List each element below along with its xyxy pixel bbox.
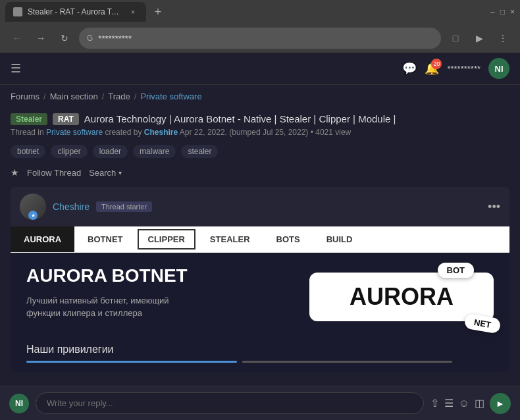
- badge-rat: RAT: [53, 113, 79, 125]
- thread-actions: ★ Follow Thread Search ▾: [0, 163, 520, 182]
- header-right: 💬 🔔 20 ********** NI: [402, 58, 509, 79]
- post-options-button[interactable]: •••: [488, 200, 500, 214]
- tag-clipper[interactable]: clipper: [51, 145, 87, 158]
- thread-title-text: Aurora Technology | Aurora Botnet - Nati…: [84, 113, 396, 124]
- content-tabs: AURORA BOTNET CLIPPER STEALER BOTS BUILD: [11, 226, 509, 253]
- privilege-bar-1: [26, 361, 237, 363]
- thread-meta-prefix: Thread in: [11, 128, 44, 137]
- browser-titlebar: Stealer - RAT - Aurora Technolo... × + –…: [0, 0, 520, 24]
- privilege-bars: [26, 361, 494, 363]
- window-controls: – □ ×: [490, 7, 515, 16]
- tab-aurora[interactable]: AURORA: [11, 226, 74, 252]
- thread-title-area: Stealer RAT Aurora Technology | Aurora B…: [0, 108, 520, 140]
- reply-input[interactable]: [36, 392, 424, 414]
- search-thread-button[interactable]: Search ▾: [89, 168, 122, 178]
- browser-tab[interactable]: Stealer - RAT - Aurora Technolo... ×: [5, 2, 146, 22]
- thread-title-row: Stealer RAT Aurora Technology | Aurora B…: [11, 113, 509, 125]
- graphic-box: AURORA: [309, 273, 494, 321]
- star-icon[interactable]: ★: [11, 167, 19, 178]
- browser-frame: Stealer - RAT - Aurora Technolo... × + –…: [0, 0, 520, 420]
- author-avatar: ★: [20, 194, 46, 220]
- tab-build[interactable]: BUILD: [313, 226, 366, 252]
- badge-stealer: Stealer: [11, 113, 47, 125]
- forum-header: ☰ 💬 🔔 20 ********** NI: [0, 53, 520, 85]
- breadcrumb-sep3: /: [134, 92, 137, 101]
- tab-stealer[interactable]: STEALER: [197, 226, 263, 252]
- tag-malware[interactable]: malware: [133, 145, 176, 158]
- thread-meta-section-link[interactable]: Private software: [46, 128, 103, 137]
- username-display: **********: [447, 64, 481, 74]
- chat-icon[interactable]: 💬: [402, 61, 417, 76]
- reply-bar: NI ⇧ ☰ ☺ ◫ ►: [0, 386, 520, 420]
- notification-bell[interactable]: 🔔 20: [425, 61, 439, 76]
- tab-botnet[interactable]: BOTNET: [74, 226, 136, 252]
- post-body: AURORA BOTNET Лучший нативный ботнет, им…: [11, 253, 509, 334]
- follow-thread-button[interactable]: Follow Thread: [27, 168, 81, 178]
- breadcrumb: Forums / Main section / Trade / Private …: [0, 85, 520, 108]
- reload-button[interactable]: ↻: [55, 29, 74, 47]
- back-button[interactable]: ←: [8, 29, 26, 47]
- reply-avatar: NI: [9, 394, 29, 413]
- post-bottom-section: Наши привилегии: [11, 334, 509, 372]
- breadcrumb-sep1: /: [43, 92, 46, 101]
- avatar-badge: ★: [28, 211, 38, 220]
- tag-botnet[interactable]: botnet: [11, 145, 45, 158]
- extensions-button[interactable]: □: [446, 29, 465, 47]
- breadcrumb-main-section[interactable]: Main section: [50, 92, 98, 101]
- post-graphic: BOT AURORA NET: [309, 273, 494, 321]
- reply-actions: ⇧ ☰ ☺ ◫ ►: [430, 393, 511, 414]
- address-bar-text: **********: [98, 34, 132, 43]
- breadcrumb-current: Private software: [140, 92, 201, 101]
- image-icon[interactable]: ◫: [475, 397, 484, 409]
- browser-controls: ← → ↻ G ********** □ ▶ ⋮: [0, 24, 520, 53]
- tag-stealer[interactable]: stealer: [181, 145, 218, 158]
- search-label: Search: [89, 168, 116, 178]
- list-icon[interactable]: ☰: [444, 397, 454, 409]
- window-min-button[interactable]: –: [490, 7, 495, 16]
- post-subtitle-line1: Лучший нативный ботнет, имеющий: [26, 294, 290, 307]
- bot-tag: BOT: [438, 263, 474, 278]
- breadcrumb-forums[interactable]: Forums: [11, 92, 39, 101]
- arrow-up-icon[interactable]: ⇧: [430, 397, 439, 409]
- tag-loader[interactable]: loader: [93, 145, 128, 158]
- post-subtitle: Лучший нативный ботнет, имеющий функции …: [26, 294, 290, 320]
- tab-clipper[interactable]: CLIPPER: [138, 229, 195, 249]
- thread-meta: Thread in Private software created by Ch…: [11, 128, 509, 137]
- new-tab-button[interactable]: +: [149, 3, 167, 21]
- tab-title: Stealer - RAT - Aurora Technolo...: [28, 7, 120, 16]
- author-name-link[interactable]: Cheshire: [53, 201, 90, 212]
- privilege-bar-2: [242, 361, 453, 363]
- post-header: ★ Cheshire Thread starter •••: [11, 187, 509, 226]
- tab-favicon: [13, 7, 22, 16]
- tab-bots[interactable]: BOTS: [263, 226, 313, 252]
- post-area: ★ Cheshire Thread starter ••• AURORA BOT…: [0, 182, 520, 386]
- hamburger-menu[interactable]: ☰: [11, 61, 21, 76]
- send-button[interactable]: ►: [490, 393, 511, 414]
- address-bar[interactable]: G **********: [79, 28, 441, 49]
- thread-meta-bumped: (bumped Jul 25, 2022): [229, 128, 308, 137]
- post-text-section: AURORA BOTNET Лучший нативный ботнет, им…: [26, 266, 290, 320]
- window-max-button[interactable]: □: [500, 7, 505, 16]
- more-options-button[interactable]: ⋮: [494, 29, 512, 47]
- post-container: ★ Cheshire Thread starter ••• AURORA BOT…: [11, 187, 509, 372]
- emoji-icon[interactable]: ☺: [459, 398, 469, 409]
- window-close-button[interactable]: ×: [510, 7, 515, 16]
- post-body-inner: AURORA BOTNET Лучший нативный ботнет, им…: [26, 266, 494, 321]
- address-bar-icon: G: [87, 34, 93, 43]
- net-tag: NET: [463, 313, 501, 334]
- thread-meta-date: Apr 22, 2022.: [180, 128, 227, 137]
- notification-count: 20: [431, 59, 442, 69]
- privileges-title: Наши привилегии: [26, 344, 494, 355]
- chevron-down-icon: ▾: [118, 169, 122, 176]
- thread-starter-badge: Thread starter: [96, 201, 152, 212]
- profile-button[interactable]: ▶: [470, 29, 488, 47]
- tab-close-button[interactable]: ×: [128, 7, 138, 17]
- user-avatar[interactable]: NI: [488, 58, 509, 79]
- graphic-title: AURORA: [350, 283, 454, 311]
- post-author-info: ★ Cheshire Thread starter: [20, 194, 152, 220]
- thread-meta-views: • 4021 view: [311, 128, 351, 137]
- thread-meta-author-link[interactable]: Cheshire: [144, 128, 178, 137]
- forward-button[interactable]: →: [32, 29, 50, 47]
- breadcrumb-trade[interactable]: Trade: [108, 92, 130, 101]
- breadcrumb-sep2: /: [102, 92, 105, 101]
